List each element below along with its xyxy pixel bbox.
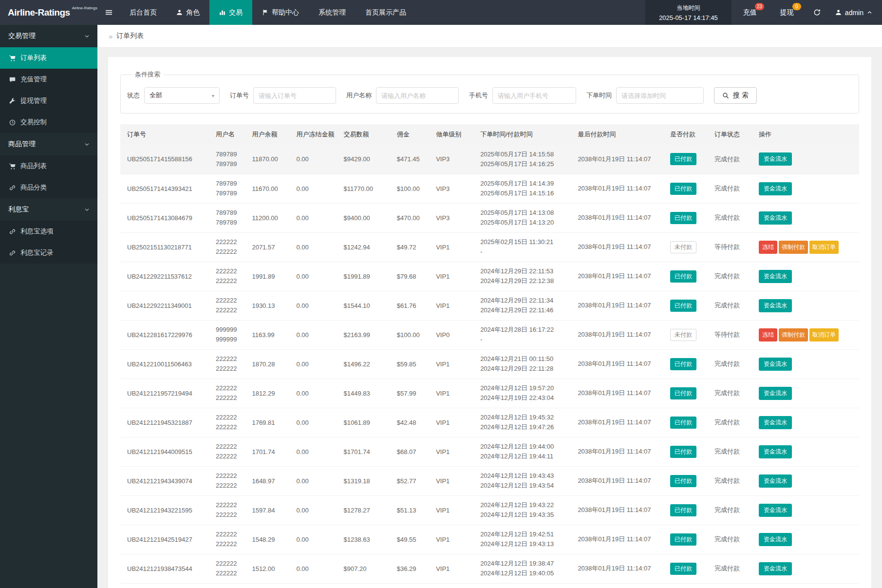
username-line2: 222222 [216, 305, 244, 315]
table-row: UB24121219572194942222222222221812.290.0… [120, 379, 859, 408]
username-line2: 222222 [216, 569, 244, 578]
wrench-icon [9, 98, 16, 104]
username-line2: 222222 [216, 422, 244, 432]
cancel-order-button[interactable]: 取消订单 [809, 241, 839, 254]
withdraw-button[interactable]: 提现 0 [769, 0, 806, 25]
fund-flow-button[interactable]: 资金流水 [759, 358, 792, 371]
cell-order-pay-time: 2024年12月29日 22:11:532024年12月29日 22:12:38 [476, 262, 574, 291]
sidebar-item-label: 提现管理 [20, 96, 47, 105]
cell-vip-level: VIP1 [432, 437, 476, 466]
fund-flow-button[interactable]: 资金流水 [759, 211, 792, 225]
fund-flow-button[interactable]: 资金流水 [759, 562, 792, 575]
sidebar-item-withdraw-management[interactable]: 提现管理 [0, 90, 97, 112]
cell-order-pay-time: 2025年02月15日 11:30:21- [476, 232, 574, 262]
status-select[interactable]: 全部 ▾ [144, 87, 220, 104]
sidebar-group-lixibao[interactable]: 利息宝 [0, 198, 97, 221]
nav-item-trade[interactable]: 交易 [209, 0, 252, 25]
freeze-button[interactable]: 冻结 [759, 241, 777, 254]
sidebar-item-lixibao-options[interactable]: 利息宝选项 [0, 221, 97, 242]
cell-paid-status: 未付款 [666, 320, 711, 349]
cell-trade-amount: $1278.27 [340, 495, 393, 525]
nav-item-roles[interactable]: 角色 [167, 0, 209, 25]
order-no-filter: 订单号 [230, 87, 336, 104]
chevron-down-icon: ▾ [212, 93, 214, 98]
cell-paid-status: 已付款 [666, 291, 711, 320]
column-header: 用户冻结金额 [292, 124, 339, 145]
cell-balance: 1453.85 [248, 583, 292, 588]
sidebar-item-order-list[interactable]: 订单列表 [0, 47, 97, 69]
cell-commission: $471.45 [393, 145, 432, 174]
search-button[interactable]: 搜 索 [714, 87, 757, 104]
cell-actions: 冻结强制付款取消订单 [755, 320, 859, 349]
sidebar-group-trade-management[interactable]: 交易管理 [0, 25, 97, 47]
fund-flow-button[interactable]: 资金流水 [759, 533, 792, 546]
cancel-order-button[interactable]: 取消订单 [809, 328, 839, 341]
sidebar-item-product-list[interactable]: 商品列表 [0, 155, 97, 177]
sidebar-item-product-category[interactable]: 商品分类 [0, 177, 97, 198]
fund-flow-button[interactable]: 资金流水 [759, 299, 792, 312]
cell-vip-level: VIP1 [432, 408, 476, 437]
cell-trade-amount: $1319.18 [340, 466, 393, 495]
cell-order-no: UB2505171413084679 [120, 203, 212, 232]
recharge-button[interactable]: 充值 23 [732, 0, 769, 25]
username-line1: 222222 [216, 471, 244, 481]
nav-item-help-center[interactable]: 帮助中心 [252, 0, 309, 25]
cell-trade-amount: $1496.22 [340, 349, 393, 379]
order-no-input[interactable] [253, 87, 336, 104]
cell-trade-amount: $1449.83 [340, 379, 393, 408]
cell-last-pay-time: 2038年01月19日 11:14:07 [574, 232, 666, 262]
freeze-button[interactable]: 冻结 [759, 328, 777, 341]
cell-trade-amount: $11770.00 [340, 174, 393, 203]
cell-order-status: 完成付款 [711, 174, 755, 203]
sidebar-item-label: 商品分类 [20, 183, 47, 192]
cell-frozen-amount: 0.00 [292, 232, 339, 262]
paid-badge: 已付款 [670, 212, 696, 224]
order-time: 2024年12月12日 19:43:22 [480, 500, 570, 510]
paid-badge: 已付款 [670, 387, 696, 399]
cell-username: 999999999999 [212, 320, 248, 349]
fund-flow-button[interactable]: 资金流水 [759, 182, 792, 195]
nav-item-system[interactable]: 系统管理 [309, 0, 356, 25]
chevron-down-icon [84, 142, 90, 147]
fund-flow-button[interactable]: 资金流水 [759, 152, 792, 166]
phone-input[interactable] [492, 87, 576, 104]
nav-item-home[interactable]: 后台首页 [120, 0, 167, 25]
refresh-button[interactable] [806, 0, 828, 25]
recharge-label: 充值 [743, 8, 757, 17]
fund-flow-button[interactable]: 资金流水 [759, 474, 792, 488]
sidebar-item-trade-control[interactable]: 交易控制 [0, 112, 97, 133]
force-pay-button[interactable]: 强制付款 [779, 241, 808, 254]
paid-badge: 已付款 [670, 475, 696, 487]
username-line1: 789789 [216, 179, 244, 189]
cell-order-pay-time: 2024年12月12日 19:35:322024年12月12日 19:35:43 [476, 583, 574, 588]
sidebar-item-lixibao-records[interactable]: 利息宝记录 [0, 242, 97, 264]
user-menu[interactable]: admin [828, 0, 882, 25]
cell-order-no: UB2412121938473544 [120, 554, 212, 583]
table-row: UB250517141558815678978978978911870.000.… [120, 145, 859, 174]
fund-flow-button[interactable]: 资金流水 [759, 387, 792, 400]
sidebar-toggle-button[interactable] [97, 0, 120, 25]
sidebar-group-product-management[interactable]: 商品管理 [0, 133, 97, 155]
cell-order-status: 完成付款 [711, 291, 755, 320]
table-row: UB24121219425194272222222222221548.290.0… [120, 525, 859, 554]
cell-actions: 资金流水 [755, 379, 859, 408]
paid-badge: 已付款 [670, 563, 696, 575]
order-time-input[interactable] [616, 87, 704, 104]
fund-flow-button[interactable]: 资金流水 [759, 445, 792, 458]
status-filter: 状态 全部 ▾ [127, 87, 220, 104]
search-icon [722, 92, 729, 99]
fund-flow-button[interactable]: 资金流水 [759, 270, 792, 283]
username-input[interactable] [376, 87, 459, 104]
force-pay-button[interactable]: 强制付款 [779, 328, 808, 341]
cell-username: 222222222222 [212, 408, 248, 437]
order-time: 2024年12月12日 19:44:00 [480, 442, 570, 452]
column-header: 交易数额 [340, 124, 393, 145]
fund-flow-button[interactable]: 资金流水 [759, 504, 792, 517]
comment-icon [9, 76, 16, 83]
fund-flow-button[interactable]: 资金流水 [759, 416, 792, 429]
search-button-label: 搜 索 [733, 91, 749, 100]
sidebar-item-recharge-management[interactable]: 充值管理 [0, 69, 97, 90]
cell-balance: 11200.00 [248, 203, 292, 232]
nav-item-homepage-products[interactable]: 首页展示产品 [356, 0, 416, 25]
pay-time: 2024年12月29日 22:11:46 [480, 305, 570, 315]
